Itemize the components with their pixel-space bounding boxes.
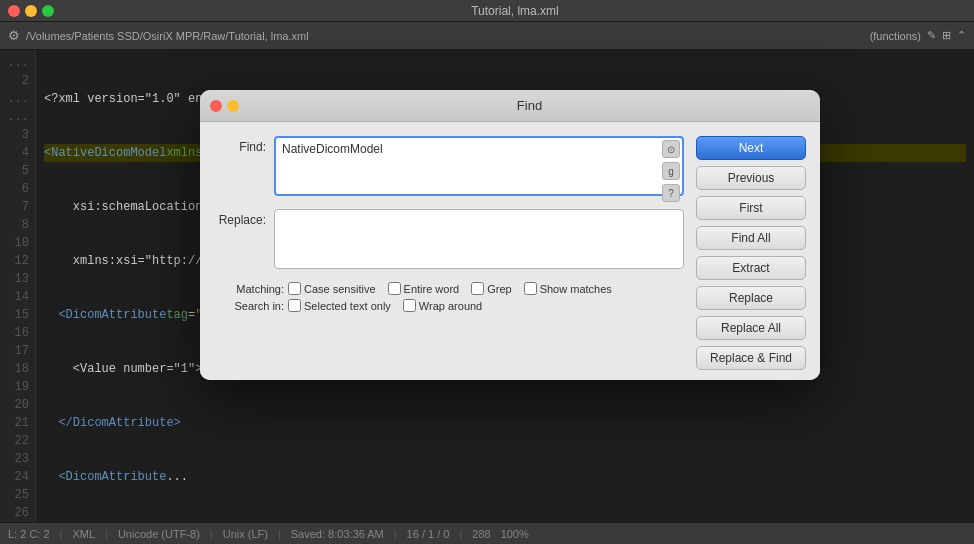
nav-icon[interactable]: ⌃ <box>957 29 966 42</box>
find-traffic-lights <box>210 100 239 112</box>
selected-text-label: Selected text only <box>304 300 391 312</box>
search-in-row: Search in: Selected text only Wrap aroun… <box>214 299 684 312</box>
toolbar: ⚙ /Volumes/Patients SSD/OsiriX MPR/Raw/T… <box>0 22 974 50</box>
traffic-lights <box>8 5 54 17</box>
grep-label: Grep <box>487 283 511 295</box>
maximize-button[interactable] <box>42 5 54 17</box>
case-sensitive-checkbox[interactable] <box>288 282 301 295</box>
matching-label: Matching: <box>214 283 284 295</box>
toolbar-right: (functions) ✎ ⊞ ⌃ <box>870 29 966 42</box>
question-icon[interactable]: ? <box>662 184 680 202</box>
find-input-wrapper: NativeDicomModel ⊙ g ? <box>274 136 684 199</box>
find-options: Matching: Case sensitive Entire word Gre… <box>214 282 684 312</box>
window-title: Tutorial, lma.xml <box>64 4 966 18</box>
replace-input-wrapper <box>274 209 684 272</box>
line-numbers: ... 2 ... ... 3 4 5 6 7 8 10 12 13 14 15… <box>0 50 36 522</box>
syntax-label: XML <box>72 528 95 540</box>
selected-text-checkbox[interactable] <box>288 299 301 312</box>
status-bar: L: 2 C: 2 | XML | Unicode (UTF-8) | Unix… <box>0 522 974 544</box>
previous-button[interactable]: Previous <box>696 166 806 190</box>
find-label: Find: <box>214 136 274 154</box>
grep-checkbox[interactable] <box>471 282 484 295</box>
location-info: 16 / 1 / 0 <box>407 528 450 540</box>
encoding-label: Unicode (UTF-8) <box>118 528 200 540</box>
functions-label: (functions) <box>870 30 921 42</box>
replace-row: Replace: <box>214 209 684 272</box>
replace-input[interactable] <box>274 209 684 269</box>
minimize-button[interactable] <box>25 5 37 17</box>
find-left-panel: Find: NativeDicomModel ⊙ g ? Replace: <box>214 136 684 370</box>
find-minimize-button[interactable] <box>227 100 239 112</box>
entire-word-checkbox[interactable] <box>388 282 401 295</box>
find-dialog: Find Find: NativeDicomModel ⊙ g ? Replac… <box>200 90 820 380</box>
line-ending-label: Unix (LF) <box>223 528 268 540</box>
find-all-button[interactable]: Find All <box>696 226 806 250</box>
replace-find-button[interactable]: Replace & Find <box>696 346 806 370</box>
entire-word-option[interactable]: Entire word <box>388 282 460 295</box>
layout-icon[interactable]: ⊞ <box>942 29 951 42</box>
next-button[interactable]: Next <box>696 136 806 160</box>
matching-row: Matching: Case sensitive Entire word Gre… <box>214 282 684 295</box>
find-body: Find: NativeDicomModel ⊙ g ? Replace: <box>200 122 820 380</box>
case-sensitive-option[interactable]: Case sensitive <box>288 282 376 295</box>
replace-label: Replace: <box>214 209 274 227</box>
cursor-position: L: 2 C: 2 <box>8 528 50 540</box>
selected-text-option[interactable]: Selected text only <box>288 299 391 312</box>
g-icon[interactable]: g <box>662 162 680 180</box>
show-matches-checkbox[interactable] <box>524 282 537 295</box>
entire-word-label: Entire word <box>404 283 460 295</box>
wrap-around-option[interactable]: Wrap around <box>403 299 482 312</box>
first-button[interactable]: First <box>696 196 806 220</box>
replace-all-button[interactable]: Replace All <box>696 316 806 340</box>
wrap-around-checkbox[interactable] <box>403 299 416 312</box>
find-title-bar: Find <box>200 90 820 122</box>
saved-time: Saved: 8:03:36 AM <box>291 528 384 540</box>
find-dialog-title: Find <box>249 98 810 113</box>
chars-count: 288 <box>472 528 490 540</box>
clock-icon[interactable]: ⊙ <box>662 140 680 158</box>
replace-button[interactable]: Replace <box>696 286 806 310</box>
case-sensitive-label: Case sensitive <box>304 283 376 295</box>
find-input[interactable]: NativeDicomModel <box>274 136 684 196</box>
find-close-button[interactable] <box>210 100 222 112</box>
file-path: /Volumes/Patients SSD/OsiriX MPR/Raw/Tut… <box>26 30 864 42</box>
search-in-label: Search in: <box>214 300 284 312</box>
extract-button[interactable]: Extract <box>696 256 806 280</box>
find-input-icons: ⊙ g ? <box>662 140 680 202</box>
pen-icon[interactable]: ✎ <box>927 29 936 42</box>
gear-icon[interactable]: ⚙ <box>8 28 20 43</box>
wrap-around-label: Wrap around <box>419 300 482 312</box>
zoom-level: 100% <box>501 528 529 540</box>
show-matches-label: Show matches <box>540 283 612 295</box>
find-row: Find: NativeDicomModel ⊙ g ? <box>214 136 684 199</box>
title-bar: Tutorial, lma.xml <box>0 0 974 22</box>
find-right-panel: Next Previous First Find All Extract Rep… <box>696 136 806 370</box>
show-matches-option[interactable]: Show matches <box>524 282 612 295</box>
close-button[interactable] <box>8 5 20 17</box>
grep-option[interactable]: Grep <box>471 282 511 295</box>
